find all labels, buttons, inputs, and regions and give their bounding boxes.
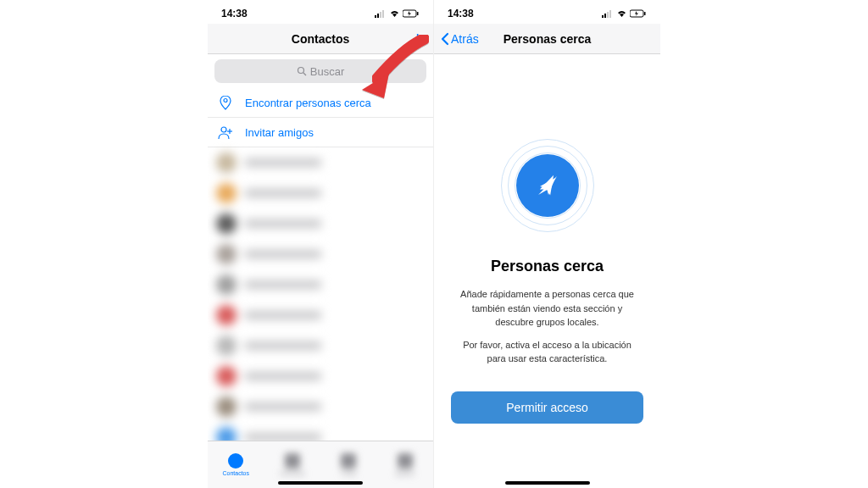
- nearby-heading: Personas cerca: [451, 258, 643, 275]
- search-input[interactable]: Buscar: [214, 59, 426, 83]
- svg-rect-2: [380, 12, 381, 18]
- contact-name: [245, 311, 321, 319]
- back-button[interactable]: Atrás: [441, 32, 479, 46]
- contact-row[interactable]: [208, 300, 433, 330]
- battery-icon: [630, 9, 647, 18]
- contact-name: [245, 219, 321, 228]
- find-nearby-row[interactable]: Encontrar personas cerca: [208, 88, 433, 118]
- status-bar: 14:38: [208, 0, 433, 24]
- nearby-illustration: [501, 139, 594, 232]
- contact-row[interactable]: [208, 269, 433, 300]
- svg-rect-15: [609, 10, 611, 18]
- nearby-description-1: Añade rápidamente a personas cerca que t…: [451, 287, 643, 330]
- status-bar: 14:38: [434, 0, 660, 24]
- svg-rect-17: [644, 12, 646, 15]
- tab-settings[interactable]: Ajustes: [377, 441, 434, 488]
- tab-chats-label: Chats: [341, 470, 356, 476]
- invite-friends-label: Invitar amigos: [245, 126, 314, 139]
- contacts-list[interactable]: [208, 147, 433, 488]
- wifi-icon: [616, 9, 627, 18]
- contact-name: [245, 158, 321, 167]
- tab-contacts[interactable]: Contactos: [208, 441, 264, 488]
- chevron-left-icon: [441, 32, 449, 46]
- avatar: [216, 183, 236, 203]
- navigation-arrow-icon: [533, 171, 562, 200]
- contact-name: [245, 280, 321, 289]
- tab-calls-label: Llamadas: [280, 470, 305, 476]
- svg-line-7: [303, 73, 306, 75]
- calls-icon: [285, 453, 300, 469]
- home-indicator[interactable]: [278, 481, 363, 485]
- avatar: [216, 152, 236, 173]
- svg-rect-12: [602, 15, 604, 18]
- status-icons: [602, 9, 647, 18]
- nearby-description-2: Por favor, activa el acceso a la ubicaci…: [451, 338, 643, 366]
- contact-row[interactable]: [208, 178, 433, 208]
- status-icons: [375, 9, 420, 18]
- avatar: [216, 244, 236, 264]
- svg-point-9: [221, 127, 226, 132]
- tab-settings-label: Ajustes: [395, 470, 415, 476]
- status-time: 14:38: [221, 8, 248, 19]
- svg-rect-3: [382, 10, 384, 18]
- battery-icon: [403, 9, 420, 18]
- chats-icon: [341, 453, 356, 469]
- contact-name: [245, 250, 321, 258]
- wifi-icon: [389, 9, 400, 18]
- svg-rect-13: [604, 14, 606, 18]
- avatar: [216, 274, 236, 295]
- svg-marker-19: [540, 178, 555, 195]
- status-time: 14:38: [448, 8, 474, 19]
- signal-icon: [375, 9, 387, 18]
- allow-access-button[interactable]: Permitir acceso: [451, 391, 643, 424]
- add-button[interactable]: +: [412, 28, 423, 50]
- contact-name: [245, 372, 321, 380]
- svg-rect-1: [377, 14, 379, 18]
- contact-name: [245, 189, 321, 197]
- nearby-screen: 14:38 Atrás Personas cerca: [434, 0, 660, 488]
- tab-contacts-label: Contactos: [222, 470, 249, 476]
- contact-row[interactable]: [208, 239, 433, 269]
- page-title: Personas cerca: [504, 32, 592, 46]
- avatar: [216, 305, 236, 325]
- nav-bar: Contactos +: [208, 24, 433, 54]
- contact-row[interactable]: [208, 391, 433, 422]
- svg-point-8: [224, 99, 227, 103]
- contacts-icon: [228, 453, 243, 469]
- invite-friends-row[interactable]: Invitar amigos: [208, 118, 433, 147]
- svg-rect-0: [375, 15, 376, 18]
- add-person-icon: [218, 125, 233, 140]
- contact-row[interactable]: [208, 208, 433, 239]
- contact-row[interactable]: [208, 147, 433, 178]
- svg-point-6: [298, 68, 303, 74]
- nearby-content: Personas cerca Añade rápidamente a perso…: [434, 54, 660, 488]
- contact-row[interactable]: [208, 361, 433, 391]
- back-label: Atrás: [451, 32, 479, 46]
- avatar: [216, 336, 236, 356]
- search-placeholder: Buscar: [310, 65, 344, 78]
- svg-rect-14: [607, 12, 609, 18]
- settings-icon: [398, 453, 413, 469]
- contact-row[interactable]: [208, 330, 433, 361]
- signal-icon: [602, 9, 614, 18]
- find-nearby-label: Encontrar personas cerca: [245, 97, 371, 109]
- avatar: [216, 366, 236, 386]
- home-indicator[interactable]: [505, 481, 590, 485]
- avatar: [216, 214, 236, 234]
- search-icon: [297, 66, 307, 76]
- contact-name: [245, 341, 321, 350]
- contacts-screen: 14:38 Contactos + Buscar Encontrar perso…: [208, 0, 434, 488]
- location-pin-icon: [218, 95, 233, 110]
- page-title: Contactos: [292, 32, 349, 46]
- svg-rect-5: [417, 12, 419, 15]
- avatar: [216, 396, 236, 417]
- contact-name: [245, 402, 321, 411]
- nav-bar: Atrás Personas cerca: [434, 24, 660, 54]
